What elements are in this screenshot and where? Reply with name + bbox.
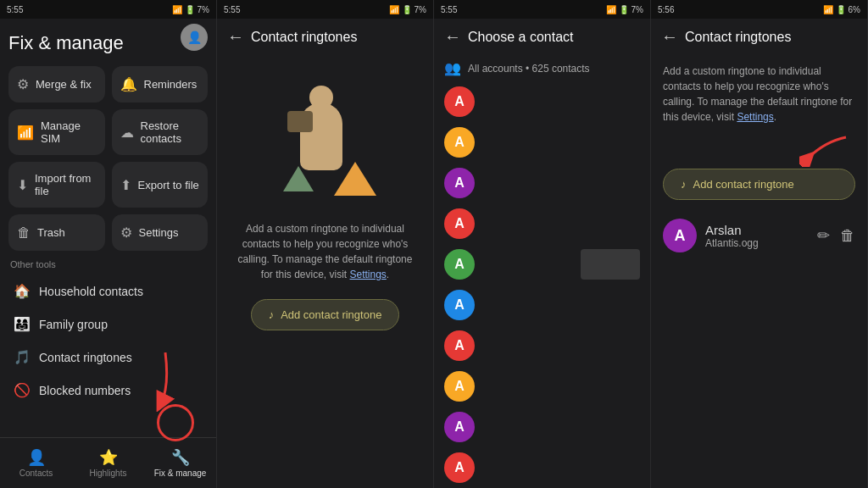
family-label: Family group	[39, 318, 108, 331]
panel4-description: Add a custom ringtone to individual cont…	[651, 55, 867, 133]
panel3-title: Choose a contact	[468, 30, 574, 45]
illus-bag	[287, 111, 313, 132]
fix-manage-nav-icon: 🔧	[171, 448, 190, 467]
import-label: Import from file	[35, 172, 97, 197]
back-button-2[interactable]: ←	[227, 27, 244, 47]
list-item[interactable]: A	[434, 122, 650, 163]
list-item[interactable]: A	[434, 81, 650, 122]
status-icons-2: 📶 🔋 7%	[389, 5, 426, 14]
list-item[interactable]: A	[434, 244, 650, 285]
contacts-header: 👥 All accounts • 625 contacts	[434, 55, 650, 81]
contact-thumbnail	[581, 249, 640, 280]
back-button-4[interactable]: ←	[661, 27, 678, 47]
merge-fix-button[interactable]: ⚙ Merge & fix	[8, 66, 105, 103]
list-item[interactable]: A	[434, 325, 650, 366]
restore-icon: ☁	[120, 125, 134, 141]
avatar-circle: A	[444, 371, 475, 402]
arslan-ringtone: Atlantis.ogg	[705, 237, 809, 249]
contact-entry-actions: ✏ 🗑	[817, 226, 855, 245]
illustration	[266, 86, 385, 204]
sidebar-item-ringtones[interactable]: 🎵 Contact ringtones	[8, 341, 208, 374]
add-ringtone-button-2[interactable]: ♪ Add contact ringtone	[251, 299, 400, 330]
family-icon: 👨‍👩‍👧	[14, 316, 31, 332]
merge-icon: ⚙	[17, 76, 29, 92]
status-bar-4: 5:56 📶 🔋 6%	[651, 0, 867, 19]
avatar-circle: A	[444, 208, 475, 239]
avatar[interactable]: 👤	[181, 24, 208, 51]
contacts-nav-icon: 👤	[27, 448, 46, 467]
highlights-nav-label: Highlights	[90, 469, 127, 478]
merge-fix-label: Merge & fix	[36, 78, 92, 91]
reminders-label: Reminders	[144, 78, 198, 91]
bottom-navigation: 👤 Contacts ⭐ Highlights 🔧 Fix & manage	[0, 437, 216, 488]
add-ringtone-wrapper: ♪ Add contact ringtone	[651, 169, 867, 210]
arslan-avatar: A	[663, 219, 697, 252]
illus-triangle	[334, 162, 376, 196]
other-tools-label: Other tools	[10, 259, 208, 269]
list-item[interactable]: A	[434, 203, 650, 244]
back-header-4: ← Contact ringtones	[651, 19, 867, 55]
settings-link-2[interactable]: Settings	[350, 269, 387, 280]
reminders-button[interactable]: 🔔 Reminders	[112, 66, 209, 103]
accounts-label: All accounts • 625 contacts	[468, 63, 590, 75]
arslan-name: Arslan	[705, 223, 809, 237]
manage-sim-button[interactable]: 📶 Manage SIM	[8, 109, 105, 155]
add-ringtone-icon-2: ♪	[269, 308, 275, 321]
nav-highlights[interactable]: ⭐ Highlights	[72, 438, 144, 488]
sim-icon: 📶	[17, 125, 34, 141]
red-arrow-svg	[799, 133, 850, 167]
illus-triangle2	[283, 166, 314, 191]
avatar-circle: A	[444, 127, 475, 158]
fix-manage-nav-label: Fix & manage	[154, 469, 207, 478]
trash-button[interactable]: 🗑 Trash	[8, 214, 105, 251]
nav-fix-manage[interactable]: 🔧 Fix & manage	[144, 438, 216, 488]
settings-link-4[interactable]: Settings	[737, 111, 773, 123]
settings-icon: ⚙	[120, 225, 132, 241]
list-item[interactable]: A	[434, 447, 650, 488]
nav-contacts[interactable]: 👤 Contacts	[0, 438, 72, 488]
restore-contacts-button[interactable]: ☁ Restore contacts	[112, 109, 209, 155]
status-icons-3: 📶 🔋 7%	[606, 5, 643, 14]
list-item[interactable]: A	[434, 163, 650, 203]
manage-sim-label: Manage SIM	[41, 119, 97, 145]
list-item[interactable]: A	[434, 366, 650, 407]
add-ringtone-button-4[interactable]: ♪ Add contact ringtone	[663, 169, 855, 200]
avatar-circle: A	[444, 86, 475, 117]
tools-grid: ⚙ Merge & fix 🔔 Reminders 📶 Manage SIM ☁…	[8, 66, 208, 251]
settings-label: Settings	[139, 226, 179, 239]
back-button-3[interactable]: ←	[444, 27, 461, 47]
household-icon: 🏠	[14, 283, 31, 299]
blocked-icon: 🚫	[14, 382, 31, 398]
settings-button[interactable]: ⚙ Settings	[112, 214, 209, 251]
trash-label: Trash	[37, 226, 65, 239]
panel2-title: Contact ringtones	[251, 30, 357, 45]
avatar-circle: A	[444, 412, 475, 442]
panel-choose-contact: 5:55 📶 🔋 7% ← Choose a contact 👥 All acc…	[434, 0, 651, 488]
time-4: 5:56	[658, 5, 674, 14]
red-arrow-annotation-p4	[651, 133, 867, 167]
status-bar-2: 5:55 📶 🔋 7%	[217, 0, 433, 19]
delete-contact-ringtone-button[interactable]: 🗑	[840, 226, 855, 245]
accounts-icon: 👥	[444, 60, 461, 76]
list-item[interactable]: A	[434, 285, 650, 325]
sidebar-item-household[interactable]: 🏠 Household contacts	[8, 274, 208, 308]
panel-contact-ringtones-entry: 5:56 📶 🔋 6% ← Contact ringtones Add a cu…	[651, 0, 868, 488]
edit-contact-ringtone-button[interactable]: ✏	[817, 226, 830, 245]
sidebar-item-blocked[interactable]: 🚫 Blocked numbers	[8, 374, 208, 407]
status-bar-3: 5:55 📶 🔋 7%	[434, 0, 650, 19]
status-icons-1: 📶 🔋 7%	[172, 5, 209, 14]
blocked-label: Blocked numbers	[39, 384, 131, 397]
export-label: Export to file	[138, 179, 199, 191]
ringtones-label: Contact ringtones	[39, 351, 132, 364]
export-icon: ⬆	[120, 177, 131, 193]
sidebar-item-family[interactable]: 👨‍👩‍👧 Family group	[8, 308, 208, 341]
panel-contact-ringtones-empty: 5:55 📶 🔋 7% ← Contact ringtones Add a cu…	[217, 0, 434, 488]
ringtone-icon: 🎵	[14, 349, 31, 365]
list-item[interactable]: A	[434, 407, 650, 447]
export-to-file-button[interactable]: ⬆ Export to file	[112, 162, 209, 208]
avatar-circle: A	[444, 452, 475, 483]
ringtones-empty-content: Add a custom ringtone to individual cont…	[217, 55, 433, 488]
panel-fix-manage: 5:55 📶 🔋 7% 👤 Fix & manage ⚙ Merge & fix…	[0, 0, 217, 488]
import-from-file-button[interactable]: ⬇ Import from file	[8, 162, 105, 208]
reminders-icon: 🔔	[120, 76, 137, 92]
